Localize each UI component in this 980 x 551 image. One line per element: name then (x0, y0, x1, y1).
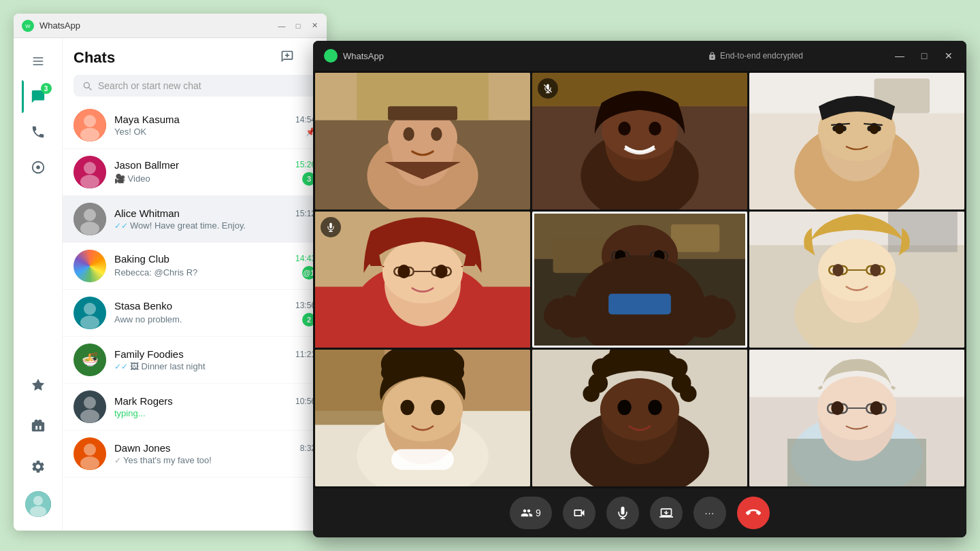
main-whatsapp-window: W WhatsApp — □ ✕ 3 (14, 14, 327, 531)
video-grid (313, 71, 966, 488)
chat-preview-mark: typing... (114, 408, 316, 418)
svg-point-11 (84, 115, 96, 127)
avatar-mark (74, 390, 106, 423)
chat-info-stasa: Stasa Benko 13:56 Aww no problem. 2 (114, 300, 316, 327)
video-cell-5 (532, 212, 747, 348)
chat-header-top: Chats (74, 49, 316, 67)
sidebar-menu-btn[interactable] (22, 45, 54, 78)
svg-point-14 (84, 162, 96, 174)
participants-count: 9 (536, 507, 541, 518)
avatar-jason (74, 156, 106, 188)
svg-point-48 (649, 122, 661, 135)
main-window-controls[interactable]: — □ ✕ (278, 22, 318, 30)
svg-point-37 (431, 127, 442, 141)
chat-info-jason: Jason Ballmer 15:26 🎥 Video 3 (114, 159, 316, 186)
video-maximize-btn[interactable]: □ (917, 49, 931, 63)
chat-header: Chats (63, 38, 327, 102)
chat-header-actions (280, 50, 316, 67)
person-4-video (315, 212, 530, 348)
video-cell-1 (315, 73, 530, 210)
close-btn[interactable]: ✕ (310, 22, 318, 30)
chat-item-maya[interactable]: Maya Kasuma 14:54 Yes! OK 📌 (63, 102, 327, 149)
svg-point-104 (390, 354, 406, 371)
svg-point-8 (33, 496, 43, 505)
sidebar-archived-btn[interactable] (22, 410, 54, 442)
chat-name-stasa: Stasa Benko (114, 300, 172, 312)
person-2-video (532, 73, 747, 210)
svg-point-101 (400, 400, 414, 415)
minimize-btn[interactable]: — (278, 22, 286, 30)
chat-preview-stasa: Aww no problem. (114, 314, 302, 324)
chat-item-stasa[interactable]: Stasa Benko 13:56 Aww no problem. 2 (63, 290, 327, 337)
screen-share-btn[interactable] (650, 497, 683, 529)
chat-name-alice: Alice Whitman (114, 207, 180, 219)
chat-info-mark: Mark Rogers 10:56 typing... (114, 395, 316, 418)
svg-point-15 (80, 175, 99, 188)
person-5-video (532, 212, 747, 348)
camera-icon (572, 506, 586, 520)
svg-rect-3 (33, 61, 43, 62)
video-cell-7 (315, 350, 530, 486)
more-options-btn[interactable]: ··· (693, 497, 726, 529)
end-call-btn[interactable] (737, 497, 770, 529)
sidebar-chats-btn[interactable]: 3 (22, 80, 54, 113)
svg-rect-4 (33, 64, 43, 65)
video-cell-4 (315, 212, 530, 348)
svg-point-123 (583, 386, 599, 402)
video-close-btn[interactable]: ✕ (942, 49, 956, 63)
svg-rect-2 (33, 57, 43, 59)
video-cell-6 (749, 212, 964, 348)
chat-panel: Chats (63, 38, 327, 531)
main-window-title: WhatsApp (39, 20, 278, 31)
participants-btn[interactable]: 9 (510, 497, 552, 529)
mute-indicator-2 (538, 78, 558, 99)
avatar-baking (74, 250, 106, 282)
svg-rect-83 (608, 293, 671, 314)
chat-item-jason[interactable]: Jason Ballmer 15:26 🎥 Video 3 (63, 149, 327, 196)
search-bar[interactable] (74, 75, 316, 97)
svg-point-29 (80, 456, 99, 470)
wa-body: 3 (14, 38, 327, 531)
chat-item-baking[interactable]: Baking Club 14:43 Rebecca: @Chris R? @1 (63, 243, 327, 290)
video-toggle-btn[interactable] (563, 497, 595, 529)
chat-item-family[interactable]: 🍜 Family Foodies 11:21 ✓✓ 🖼 Dinner last … (63, 337, 327, 384)
chat-name-family: Family Foodies (114, 348, 184, 360)
svg-point-135 (870, 401, 882, 415)
video-window-controls[interactable]: — □ ✕ (893, 49, 956, 63)
svg-text:W: W (25, 22, 31, 29)
new-chat-icon[interactable] (280, 50, 294, 67)
chat-preview-baking: Rebecca: @Chris R? (114, 267, 302, 278)
video-minimize-btn[interactable]: — (893, 49, 906, 63)
person-1-video (315, 73, 530, 210)
chat-name-mark: Mark Rogers (114, 395, 173, 407)
maximize-btn[interactable]: □ (294, 22, 302, 30)
person-8-video (532, 350, 747, 486)
search-input[interactable] (98, 80, 308, 91)
encryption-text: End-to-end endcrypted (720, 51, 803, 61)
user-avatar[interactable] (25, 491, 51, 517)
svg-point-134 (831, 401, 843, 415)
avatar-stasa (74, 297, 106, 329)
whatsapp-logo-small: W (22, 20, 34, 32)
svg-point-114 (617, 400, 631, 415)
svg-point-100 (382, 378, 463, 442)
sidebar-status-btn[interactable] (22, 151, 54, 184)
svg-point-93 (832, 264, 843, 276)
chat-preview-family: ✓✓ 🖼 Dinner last night (114, 361, 316, 371)
sidebar-calls-btn[interactable] (22, 116, 54, 148)
video-cell-2 (532, 73, 747, 210)
mute-toggle-btn[interactable] (606, 497, 639, 529)
chat-item-mark[interactable]: Mark Rogers 10:56 typing... (63, 384, 327, 431)
sidebar-starred-btn[interactable] (22, 369, 54, 401)
svg-point-17 (84, 209, 96, 221)
chat-info-family: Family Foodies 11:21 ✓✓ 🖼 Dinner last ni… (114, 348, 316, 371)
mute-indicator-4 (321, 217, 341, 237)
svg-rect-86 (888, 212, 958, 252)
svg-point-25 (84, 397, 96, 409)
chat-item-alice[interactable]: Alice Whitman 15:12 ✓✓ Wow! Have great t… (63, 196, 327, 243)
sidebar-settings-btn[interactable] (22, 450, 54, 483)
chat-item-dawn[interactable]: Dawn Jones 8:32 ✓ Yes that's my fave too… (63, 431, 327, 478)
person-3-video (749, 73, 964, 210)
chat-preview-maya: Yes! OK (114, 127, 306, 137)
avatar-family: 🍜 (74, 344, 106, 376)
